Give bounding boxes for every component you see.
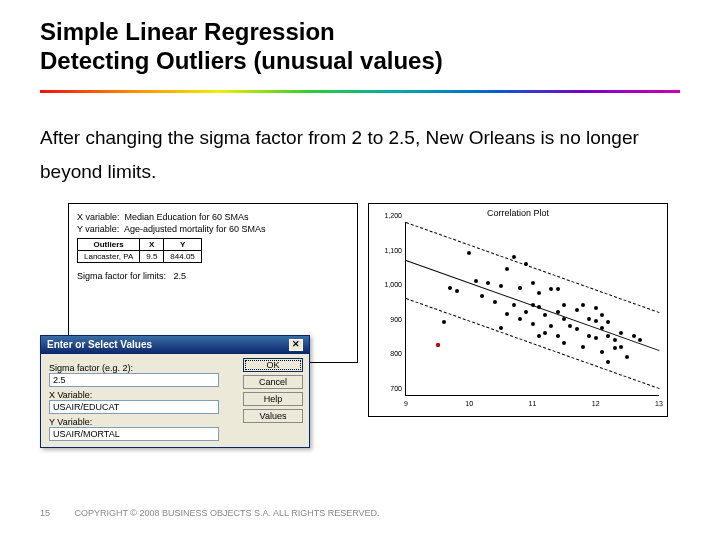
dialog-titlebar: Enter or Select Values ✕ [41, 336, 309, 354]
enter-values-dialog: Enter or Select Values ✕ Sigma factor (e… [40, 335, 310, 448]
divider-rainbow [40, 90, 680, 93]
help-button[interactable]: Help [243, 392, 303, 406]
xvar-input[interactable] [49, 400, 219, 414]
yvar-value: Age-adjusted mortality for 60 SMAs [124, 224, 266, 234]
title-line-2: Detecting Outliers (unusual values) [40, 47, 443, 74]
dialog-title-text: Enter or Select Values [47, 339, 152, 350]
ok-button[interactable]: OK [243, 358, 303, 372]
outliers-table: Outliers X Y Lancaster, PA 9.5 844.05 [77, 238, 202, 263]
close-icon[interactable]: ✕ [289, 339, 303, 351]
page-number: 15 [40, 508, 50, 518]
outliers-col-y: Y [164, 238, 201, 250]
table-row: Lancaster, PA 9.5 844.05 [78, 250, 202, 262]
plot-area: 7008009001,0001,1001,200910111213 [405, 222, 659, 396]
chart-title: Correlation Plot [369, 204, 667, 218]
outliers-col-x: X [140, 238, 164, 250]
copyright-text: COPYRIGHT © 2008 BUSINESS OBJECTS S.A. A… [75, 508, 380, 518]
slide-footer: 15 COPYRIGHT © 2008 BUSINESS OBJECTS S.A… [40, 508, 380, 518]
values-button[interactable]: Values [243, 409, 303, 423]
correlation-plot: Correlation Plot 7008009001,0001,1001,20… [368, 203, 668, 417]
title-line-1: Simple Linear Regression [40, 18, 335, 45]
sigma-input[interactable] [49, 373, 219, 387]
slide-title: Simple Linear Regression Detecting Outli… [0, 0, 720, 82]
outliers-col-name: Outliers [78, 238, 140, 250]
sigma-label: Sigma factor for limits: [77, 271, 166, 281]
xvar-label: X variable: [77, 212, 120, 222]
cancel-button[interactable]: Cancel [243, 375, 303, 389]
sigma-value: 2.5 [174, 271, 187, 281]
body-paragraph: After changing the sigma factor from 2 t… [40, 121, 680, 189]
yvar-input[interactable] [49, 427, 219, 441]
xvar-value: Median Education for 60 SMAs [125, 212, 249, 222]
yvar-label: Y variable: [77, 224, 119, 234]
